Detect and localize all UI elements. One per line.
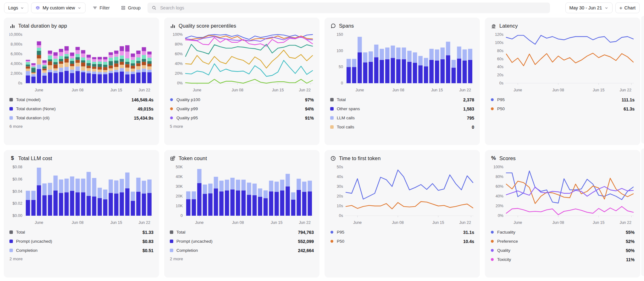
bar-segment — [86, 196, 91, 216]
bar-segment — [86, 71, 91, 73]
legend-row[interactable]: P5010.4s — [330, 237, 474, 246]
svg-text:Jun 22: Jun 22 — [619, 88, 631, 92]
chart-card-quality-score-percentiles: Quality score percentiles100%80%60%40%20… — [164, 18, 319, 145]
bar-segment — [147, 51, 152, 54]
legend-marker — [330, 116, 334, 120]
legend-row[interactable]: Total (model)146,549.4s — [9, 95, 153, 104]
legend-row[interactable]: Completion242,664 — [170, 246, 314, 255]
bar-segment — [429, 60, 434, 83]
bar-segment — [64, 62, 69, 67]
bar-segment — [114, 70, 119, 72]
legend-row[interactable]: P95111.1s — [491, 95, 635, 104]
bar-segment — [363, 52, 368, 62]
bar-segment — [70, 70, 75, 73]
svg-text:6,000s: 6,000s — [10, 52, 22, 56]
legend-row[interactable]: Total$1.33 — [9, 228, 153, 237]
bar-segment — [131, 192, 135, 201]
legend-value: $0.83 — [142, 239, 153, 244]
svg-text:Jun 22: Jun 22 — [459, 220, 471, 225]
legend-row[interactable]: Total2,378 — [330, 95, 474, 104]
legend-row[interactable]: Quality p9591% — [170, 113, 314, 122]
bar-segment — [407, 51, 412, 62]
svg-text:Jun 15: Jun 15 — [271, 220, 283, 225]
bar-segment — [42, 76, 47, 83]
legend-marker — [9, 230, 13, 234]
line-chart[interactable]: 120s100s80s60s40s20s0sJuneJun 08Jun 15Ju… — [491, 30, 635, 93]
svg-text:10K: 10K — [176, 204, 183, 208]
legend-more[interactable]: 6 more — [9, 122, 153, 130]
bar-segment — [92, 178, 97, 197]
legend-row[interactable]: Tool calls0 — [330, 122, 474, 132]
add-chart-button[interactable]: + Chart — [615, 3, 640, 13]
legend-row[interactable]: Total duration (cli)15,434.9s — [9, 113, 153, 122]
line-chart[interactable]: 50s40s30s20s10s0sJuneJun 08Jun 15Jun 22 — [330, 163, 474, 226]
legend-row[interactable]: Prompt (uncached)552,099 — [170, 237, 314, 246]
bar-segment — [97, 67, 102, 70]
bar-segment — [258, 197, 262, 216]
bar-segment — [59, 68, 63, 72]
bar-segment — [147, 72, 152, 83]
legend-row[interactable]: P9531.1s — [330, 228, 474, 237]
legend-row[interactable]: Quality p10097% — [170, 95, 314, 104]
legend-row[interactable]: Prompt (uncached)$0.83 — [9, 237, 153, 246]
legend-row[interactable]: Total duration (None)49,015s — [9, 104, 153, 113]
group-button[interactable]: Group — [117, 3, 145, 13]
logs-dropdown[interactable]: Logs — [4, 3, 28, 13]
legend-row[interactable]: LLM calls795 — [330, 113, 474, 122]
bar-segment — [120, 62, 124, 65]
bar-segment — [64, 59, 69, 62]
bar-segment — [147, 70, 152, 73]
bar-segment — [70, 64, 75, 66]
bar-segment — [380, 49, 384, 60]
line-chart[interactable]: 100%80%60%40%20%0%JuneJun 08Jun 15Jun 22 — [170, 30, 314, 93]
bar-segment — [286, 186, 290, 216]
stacked-bar-chart[interactable]: 150100500JuneJun 08Jun 15Jun 22 — [330, 30, 474, 93]
bar-segment — [452, 60, 456, 68]
legend-marker — [9, 107, 13, 111]
chart-card-total-llm-cost: $Total LLM cost$0.08$0.06$0.04$0.02$0.00… — [4, 150, 159, 278]
bar-segment — [26, 60, 30, 61]
line-chart[interactable]: 100%80%60%40%20%0%JuneJun 08Jun 15Jun 22 — [491, 163, 635, 226]
svg-text:June: June — [514, 220, 522, 225]
legend-row[interactable]: Total794,763 — [170, 228, 314, 237]
custom-view-dropdown[interactable]: My custom view — [31, 3, 85, 13]
legend-row[interactable]: Quality50% — [491, 246, 635, 255]
bar-segment — [64, 179, 69, 192]
legend-label: P50 — [337, 239, 460, 244]
svg-text:50s: 50s — [337, 165, 343, 169]
legend-row[interactable]: Toxicity11% — [491, 255, 635, 264]
legend-row[interactable]: Quality p9994% — [170, 104, 314, 113]
legend-row[interactable]: Completion$0.51 — [9, 246, 153, 255]
legend-more[interactable]: 5 more — [170, 122, 314, 130]
legend-marker — [330, 125, 334, 129]
bar-segment — [81, 53, 86, 57]
legend-more[interactable]: 2 more — [170, 255, 314, 262]
svg-text:2,000s: 2,000s — [10, 71, 22, 76]
card-title: Scores — [499, 155, 516, 161]
bar-segment — [48, 70, 52, 73]
legend-row[interactable]: Preference52% — [491, 237, 635, 246]
legend-row[interactable]: Other spans1,583 — [330, 104, 474, 113]
stacked-bar-chart[interactable]: $0.08$0.06$0.04$0.02$0.00JuneJun 08Jun 1… — [9, 163, 153, 226]
search-input[interactable] — [159, 5, 546, 11]
bar-segment — [37, 55, 41, 58]
stacked-bar-chart[interactable]: 50K40K30K20K10K0JuneJun 08Jun 15Jun 22 — [170, 163, 314, 226]
bar-segment — [114, 193, 119, 216]
legend-row[interactable]: Factuality55% — [491, 228, 635, 237]
svg-text:40%: 40% — [175, 62, 183, 66]
bar-segment — [418, 56, 423, 65]
date-range-button[interactable]: May 30 - Jun 21 — [565, 3, 613, 13]
legend-label: Total duration (cli) — [16, 116, 131, 120]
svg-text:40s: 40s — [337, 175, 343, 179]
bar-segment — [53, 59, 58, 62]
filter-button[interactable]: Filter — [88, 3, 114, 13]
svg-text:20%: 20% — [496, 204, 503, 208]
legend-value: 795 — [467, 116, 474, 121]
legend-row[interactable]: P5061.3s — [491, 104, 635, 113]
bar-segment — [131, 63, 135, 66]
search-box[interactable] — [147, 3, 550, 13]
legend-more[interactable]: 2 more — [9, 255, 153, 262]
stacked-bar-chart[interactable]: 10,000s8,000s6,000s4,000s2,000s0sJuneJun… — [9, 30, 153, 93]
legend-value: 111.1s — [622, 97, 635, 102]
bar-segment — [103, 199, 108, 216]
